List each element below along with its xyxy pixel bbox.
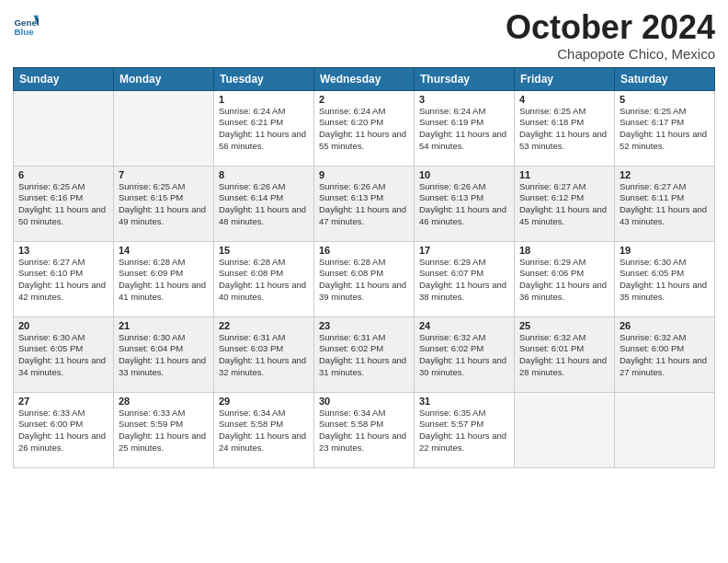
table-row: 27Sunrise: 6:33 AM Sunset: 6:00 PM Dayli… xyxy=(14,392,114,467)
day-info: Sunrise: 6:32 AM Sunset: 6:02 PM Dayligh… xyxy=(419,332,509,379)
table-row: 13Sunrise: 6:27 AM Sunset: 6:10 PM Dayli… xyxy=(14,241,114,316)
table-row: 4Sunrise: 6:25 AM Sunset: 6:18 PM Daylig… xyxy=(515,90,615,166)
day-info: Sunrise: 6:30 AM Sunset: 6:04 PM Dayligh… xyxy=(119,332,209,379)
col-monday: Monday xyxy=(114,67,214,90)
calendar-row-3: 13Sunrise: 6:27 AM Sunset: 6:10 PM Dayli… xyxy=(14,241,715,316)
day-info: Sunrise: 6:30 AM Sunset: 6:05 PM Dayligh… xyxy=(18,332,108,379)
table-row: 30Sunrise: 6:34 AM Sunset: 5:58 PM Dayli… xyxy=(314,392,415,467)
day-info: Sunrise: 6:35 AM Sunset: 5:57 PM Dayligh… xyxy=(419,408,509,454)
table-row: 24Sunrise: 6:32 AM Sunset: 6:02 PM Dayli… xyxy=(415,316,515,392)
day-number: 2 xyxy=(319,94,409,105)
table-row xyxy=(114,90,214,166)
col-sunday: Sunday xyxy=(14,67,114,90)
calendar: Sunday Monday Tuesday Wednesday Thursday… xyxy=(13,67,715,468)
day-info: Sunrise: 6:30 AM Sunset: 6:05 PM Dayligh… xyxy=(620,257,710,304)
header: General Blue October 2024 Chapopote Chic… xyxy=(13,9,715,62)
day-info: Sunrise: 6:31 AM Sunset: 6:03 PM Dayligh… xyxy=(219,332,309,379)
day-number: 21 xyxy=(119,320,209,331)
header-row: Sunday Monday Tuesday Wednesday Thursday… xyxy=(14,67,715,90)
day-number: 16 xyxy=(319,245,409,256)
day-number: 18 xyxy=(519,245,609,256)
table-row: 22Sunrise: 6:31 AM Sunset: 6:03 PM Dayli… xyxy=(214,316,314,392)
day-number: 27 xyxy=(18,396,108,407)
svg-text:Blue: Blue xyxy=(14,27,34,37)
day-number: 23 xyxy=(319,320,409,331)
day-number: 3 xyxy=(419,94,509,105)
table-row: 21Sunrise: 6:30 AM Sunset: 6:04 PM Dayli… xyxy=(114,316,214,392)
table-row: 6Sunrise: 6:25 AM Sunset: 6:16 PM Daylig… xyxy=(14,166,114,241)
day-info: Sunrise: 6:24 AM Sunset: 6:21 PM Dayligh… xyxy=(219,106,309,153)
table-row: 15Sunrise: 6:28 AM Sunset: 6:08 PM Dayli… xyxy=(214,241,314,316)
day-info: Sunrise: 6:28 AM Sunset: 6:09 PM Dayligh… xyxy=(119,257,209,304)
col-wednesday: Wednesday xyxy=(314,67,415,90)
day-number: 8 xyxy=(219,169,309,180)
day-number: 15 xyxy=(219,245,309,256)
day-number: 29 xyxy=(219,396,309,407)
day-info: Sunrise: 6:31 AM Sunset: 6:02 PM Dayligh… xyxy=(319,332,409,379)
day-number: 4 xyxy=(519,94,609,105)
day-number: 13 xyxy=(18,245,108,256)
day-info: Sunrise: 6:32 AM Sunset: 6:01 PM Dayligh… xyxy=(519,332,609,379)
table-row: 5Sunrise: 6:25 AM Sunset: 6:17 PM Daylig… xyxy=(615,90,715,166)
day-number: 26 xyxy=(620,320,710,331)
day-info: Sunrise: 6:26 AM Sunset: 6:14 PM Dayligh… xyxy=(219,181,309,228)
table-row xyxy=(615,392,715,467)
day-info: Sunrise: 6:29 AM Sunset: 6:06 PM Dayligh… xyxy=(519,257,609,304)
table-row: 25Sunrise: 6:32 AM Sunset: 6:01 PM Dayli… xyxy=(515,316,615,392)
day-number: 14 xyxy=(119,245,209,256)
table-row: 12Sunrise: 6:27 AM Sunset: 6:11 PM Dayli… xyxy=(615,166,715,241)
month-title: October 2024 xyxy=(506,9,715,46)
table-row: 11Sunrise: 6:27 AM Sunset: 6:12 PM Dayli… xyxy=(515,166,615,241)
day-number: 6 xyxy=(18,169,108,180)
day-number: 25 xyxy=(519,320,609,331)
table-row: 3Sunrise: 6:24 AM Sunset: 6:19 PM Daylig… xyxy=(415,90,515,166)
table-row: 8Sunrise: 6:26 AM Sunset: 6:14 PM Daylig… xyxy=(214,166,314,241)
table-row: 10Sunrise: 6:26 AM Sunset: 6:13 PM Dayli… xyxy=(415,166,515,241)
day-number: 19 xyxy=(620,245,710,256)
day-info: Sunrise: 6:29 AM Sunset: 6:07 PM Dayligh… xyxy=(419,257,509,304)
day-info: Sunrise: 6:34 AM Sunset: 5:58 PM Dayligh… xyxy=(219,408,309,454)
page: General Blue October 2024 Chapopote Chic… xyxy=(0,0,728,563)
day-info: Sunrise: 6:33 AM Sunset: 6:00 PM Dayligh… xyxy=(18,408,108,454)
day-info: Sunrise: 6:27 AM Sunset: 6:11 PM Dayligh… xyxy=(620,181,710,228)
day-number: 30 xyxy=(319,396,409,407)
day-number: 22 xyxy=(219,320,309,331)
table-row: 28Sunrise: 6:33 AM Sunset: 5:59 PM Dayli… xyxy=(114,392,214,467)
day-number: 11 xyxy=(519,169,609,180)
day-info: Sunrise: 6:32 AM Sunset: 6:00 PM Dayligh… xyxy=(620,332,710,379)
table-row: 16Sunrise: 6:28 AM Sunset: 6:08 PM Dayli… xyxy=(314,241,415,316)
day-number: 28 xyxy=(119,396,209,407)
calendar-row-1: 1Sunrise: 6:24 AM Sunset: 6:21 PM Daylig… xyxy=(14,90,715,166)
table-row: 1Sunrise: 6:24 AM Sunset: 6:21 PM Daylig… xyxy=(214,90,314,166)
day-number: 12 xyxy=(620,169,710,180)
title-block: October 2024 Chapopote Chico, Mexico xyxy=(506,9,715,62)
table-row xyxy=(14,90,114,166)
table-row: 20Sunrise: 6:30 AM Sunset: 6:05 PM Dayli… xyxy=(14,316,114,392)
day-number: 24 xyxy=(419,320,509,331)
day-number: 9 xyxy=(319,169,409,180)
day-number: 5 xyxy=(620,94,710,105)
table-row: 31Sunrise: 6:35 AM Sunset: 5:57 PM Dayli… xyxy=(415,392,515,467)
calendar-row-2: 6Sunrise: 6:25 AM Sunset: 6:16 PM Daylig… xyxy=(14,166,715,241)
day-info: Sunrise: 6:24 AM Sunset: 6:19 PM Dayligh… xyxy=(419,106,509,153)
day-info: Sunrise: 6:25 AM Sunset: 6:18 PM Dayligh… xyxy=(519,106,609,153)
col-tuesday: Tuesday xyxy=(214,67,314,90)
table-row: 19Sunrise: 6:30 AM Sunset: 6:05 PM Dayli… xyxy=(615,241,715,316)
table-row xyxy=(515,392,615,467)
day-info: Sunrise: 6:25 AM Sunset: 6:16 PM Dayligh… xyxy=(18,181,108,228)
table-row: 18Sunrise: 6:29 AM Sunset: 6:06 PM Dayli… xyxy=(515,241,615,316)
table-row: 17Sunrise: 6:29 AM Sunset: 6:07 PM Dayli… xyxy=(415,241,515,316)
day-info: Sunrise: 6:27 AM Sunset: 6:12 PM Dayligh… xyxy=(519,181,609,228)
logo: General Blue xyxy=(13,13,40,39)
col-thursday: Thursday xyxy=(415,67,515,90)
day-info: Sunrise: 6:33 AM Sunset: 5:59 PM Dayligh… xyxy=(119,408,209,454)
col-saturday: Saturday xyxy=(615,67,715,90)
day-number: 31 xyxy=(419,396,509,407)
day-number: 20 xyxy=(18,320,108,331)
calendar-row-4: 20Sunrise: 6:30 AM Sunset: 6:05 PM Dayli… xyxy=(14,316,715,392)
day-info: Sunrise: 6:28 AM Sunset: 6:08 PM Dayligh… xyxy=(219,257,309,304)
day-info: Sunrise: 6:26 AM Sunset: 6:13 PM Dayligh… xyxy=(319,181,409,228)
day-info: Sunrise: 6:34 AM Sunset: 5:58 PM Dayligh… xyxy=(319,408,409,454)
day-info: Sunrise: 6:25 AM Sunset: 6:15 PM Dayligh… xyxy=(119,181,209,228)
calendar-row-5: 27Sunrise: 6:33 AM Sunset: 6:00 PM Dayli… xyxy=(14,392,715,467)
